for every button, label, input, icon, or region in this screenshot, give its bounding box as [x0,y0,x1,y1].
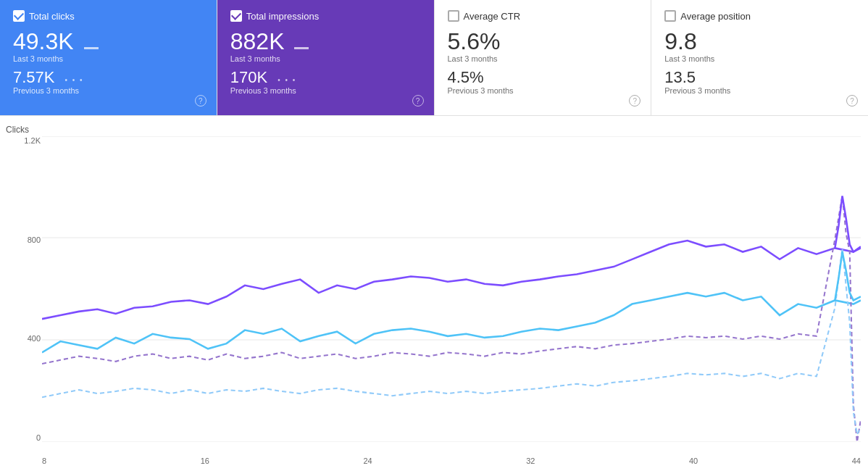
checkbox-average-ctr[interactable] [448,10,459,22]
x-label-16: 16 [201,457,209,465]
line-impressions-prev [42,196,861,442]
metric-title-total-clicks: Total clicks [29,11,75,22]
line-impressions-current [42,241,861,319]
metric-main-period-average-ctr: Last 3 months [448,54,638,63]
y-axis-labels: 1.2K 800 400 0 [6,136,41,442]
metric-prev-value-average-ctr: 4.5% [448,68,484,86]
checkbox-total-impressions[interactable] [230,10,242,22]
y-label-800: 800 [6,236,41,244]
x-label-8: 8 [42,457,46,465]
metric-main-period-total-impressions: Last 3 months [230,54,421,63]
chart-area: Clicks 1.2K 800 400 0 8 [0,116,868,471]
chart-svg [42,136,861,442]
metric-main-value-total-clicks: 49.3K [13,29,74,54]
help-icon-total-impressions[interactable]: ? [412,95,424,107]
metric-prev-period-average-ctr: Previous 3 months [448,86,638,95]
y-label-0: 0 [6,433,41,442]
x-label-32: 32 [526,457,535,465]
metric-card-average-ctr[interactable]: Average CTR 5.6% Last 3 months 4.5% Prev… [435,0,652,115]
metric-main-period-average-position: Last 3 months [664,54,855,63]
help-icon-average-position[interactable]: ? [846,95,858,107]
line-clicks-prev [42,248,861,434]
checkbox-total-clicks[interactable] [13,10,25,22]
metric-title-total-impressions: Total impressions [246,11,319,22]
metric-main-period-total-clicks: Last 3 months [13,54,204,63]
metrics-bar: Total clicks 49.3K Last 3 months 7.57K •… [0,0,868,116]
x-label-24: 24 [363,457,372,465]
metric-title-average-ctr: Average CTR [464,11,521,22]
metric-card-average-position[interactable]: Average position 9.8 Last 3 months 13.5 … [651,0,868,115]
metric-card-total-impressions[interactable]: Total impressions 882K Last 3 months 170… [217,0,435,115]
metric-dots-total-clicks: • • • [65,76,84,84]
metric-prev-period-average-position: Previous 3 months [664,86,855,95]
metric-prev-value-total-impressions: 170K [230,69,267,86]
metric-prev-value-average-position: 13.5 [664,68,696,86]
metric-card-total-clicks[interactable]: Total clicks 49.3K Last 3 months 7.57K •… [0,0,217,115]
help-icon-total-clicks[interactable]: ? [195,95,206,107]
metric-prev-value-total-clicks: 7.57K [13,69,55,86]
metric-line-total-clicks [84,47,99,49]
metric-main-value-average-ctr: 5.6% [448,28,501,54]
x-label-40: 40 [689,457,698,465]
metric-main-value-total-impressions: 882K [230,29,285,54]
x-label-44: 44 [852,457,861,465]
metric-main-value-average-position: 9.8 [664,28,696,54]
help-icon-average-ctr[interactable]: ? [629,95,640,107]
y-label-400: 400 [6,334,41,343]
y-label-1200: 1.2K [6,136,41,145]
metric-line-total-impressions [294,47,309,49]
checkbox-average-position[interactable] [664,10,676,22]
chart-y-label: Clicks [6,125,29,135]
metric-prev-period-total-clicks: Previous 3 months [13,86,204,95]
metric-title-average-position: Average position [680,11,751,22]
x-axis-labels: 8 16 24 32 40 44 [42,457,861,465]
line-clicks-current [42,293,861,352]
metric-dots-total-impressions: • • • [277,76,296,84]
line-clicks-spike [835,252,861,301]
chart-canvas-wrap [42,136,861,442]
metric-prev-period-total-impressions: Previous 3 months [230,86,421,95]
